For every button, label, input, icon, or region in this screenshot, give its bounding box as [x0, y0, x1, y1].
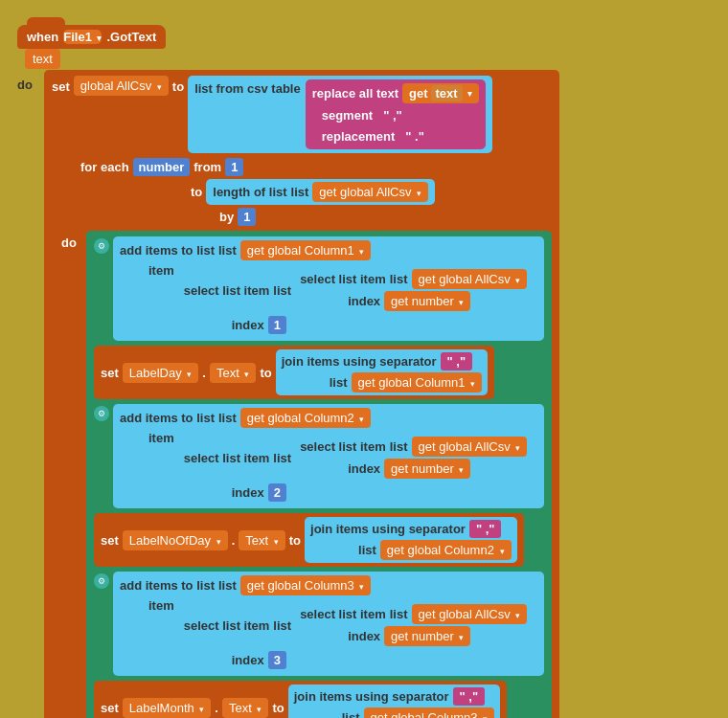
to-label: to	[172, 76, 184, 94]
index-val2: 2	[268, 483, 286, 502]
list-label3: list	[218, 578, 237, 593]
column1-var[interactable]: get global Column1 ▾	[240, 240, 372, 260]
text-prop2[interactable]: Text ▾	[239, 530, 284, 550]
segment-val: " ,"	[376, 106, 409, 124]
text-prop3[interactable]: Text ▾	[222, 698, 268, 718]
number-var2b[interactable]: get number ▾	[384, 459, 470, 479]
index-label2a: index	[232, 485, 264, 500]
index-label2b: index	[348, 461, 380, 476]
list-label2a: list	[273, 451, 291, 465]
list-label1b: list	[390, 272, 408, 286]
column2-var2[interactable]: get global Column2 ▾	[380, 540, 512, 560]
dot-label2: .	[232, 533, 236, 548]
allcsv-var3[interactable]: get global AllCsv ▾	[412, 269, 528, 289]
text-prop1[interactable]: Text ▾	[210, 363, 256, 383]
replace-block: replace all text get text ▾ segment " ,"	[306, 79, 486, 149]
length-block: length of list list get global AllCsv ▾	[206, 179, 435, 205]
labelmonth-var[interactable]: LabelMonth ▾	[123, 698, 212, 718]
number-var1b[interactable]: get number ▾	[384, 291, 470, 311]
join-block3: join items using separator " ," list get…	[288, 684, 500, 718]
gear-icon2: ⚙	[94, 406, 109, 421]
item-label2: item	[148, 431, 174, 445]
add-items-label1: add items to list	[120, 243, 215, 258]
set-labelnoofday-block: set LabelNoOfDay ▾ . Text ▾	[94, 513, 524, 567]
item-label1: item	[148, 263, 174, 278]
dot-label1: .	[202, 366, 206, 380]
from-val: 1	[225, 158, 243, 176]
list-label3b: list	[390, 607, 408, 621]
list-label-join1: list	[330, 375, 348, 390]
number-var[interactable]: number	[133, 158, 191, 176]
sep-val2: " ,"	[469, 520, 502, 538]
join-label3: join items using separator	[294, 689, 449, 704]
labelday-var[interactable]: LabelDay ▾	[123, 363, 199, 383]
number-var3b[interactable]: get number ▾	[384, 626, 470, 646]
index-val3: 3	[268, 651, 286, 669]
replacement-val: " ."	[398, 127, 431, 146]
by-val: 1	[238, 208, 256, 226]
to-label4: to	[289, 533, 301, 548]
file-dropdown[interactable]: File1 ▾	[63, 30, 102, 44]
list-label2: list	[218, 411, 237, 425]
list-label-join2: list	[358, 543, 376, 557]
index-label3b: index	[348, 629, 380, 643]
segment-label: segment	[322, 108, 373, 123]
list-label-join3: list	[342, 710, 360, 718]
foreach-label: for each	[80, 160, 129, 174]
do-inner-container: ⚙ add items to list list get global Colu…	[86, 231, 552, 718]
list-csv-label: list from csv table	[194, 79, 301, 96]
set-labelmonth-row: set LabelMonth ▾ . Text ▾	[94, 681, 544, 718]
index-val1: 1	[268, 316, 286, 334]
set-allcsv-row: set global AllCsv ▾ to list from csv tab…	[52, 76, 552, 153]
allcsv-var5[interactable]: get global AllCsv ▾	[412, 604, 528, 624]
gear-icon1: ⚙	[94, 238, 109, 254]
list-label1: list	[218, 243, 237, 258]
allcsv-var[interactable]: global AllCsv ▾	[74, 76, 169, 96]
add-column2-row: ⚙ add items to list list get global Colu…	[94, 404, 544, 508]
column3-var[interactable]: get global Column3 ▾	[240, 575, 372, 595]
to-label2: to	[191, 185, 202, 199]
set-labelday-row: set LabelDay ▾ . Text ▾	[94, 346, 544, 399]
select-inner1: select list item list get global AllCsv …	[295, 266, 532, 314]
list-csv-block: list from csv table replace all text get…	[188, 76, 492, 153]
dot-label3: .	[215, 701, 218, 715]
add-items-block3: add items to list list get global Column…	[113, 572, 544, 676]
do2-label: do	[61, 231, 82, 250]
file-arrow: ▾	[97, 34, 102, 43]
select-outer1: select list item list select list item l…	[178, 263, 538, 337]
add-items-block1: add items to list list get global Column…	[113, 236, 544, 341]
list-label-inner: list	[291, 185, 309, 199]
set-labelday-block: set LabelDay ▾ . Text ▾	[94, 346, 494, 399]
length-label: length of list	[213, 185, 286, 199]
get-text-btn[interactable]: get text ▾	[402, 83, 479, 103]
column2-var[interactable]: get global Column2 ▾	[240, 408, 372, 428]
set-label: set	[52, 76, 70, 94]
list-label1a: list	[273, 283, 291, 298]
event-label: .GotText	[106, 30, 156, 44]
join-block2: join items using separator " ," list get…	[305, 517, 516, 563]
replace-label: replace all text	[312, 86, 398, 101]
select-label2b: select list item	[300, 439, 386, 454]
text-var: text	[431, 85, 463, 101]
select-label3a: select list item	[184, 618, 270, 633]
index-label3a: index	[232, 653, 264, 667]
by-label: by	[219, 210, 234, 224]
allcsv-var2[interactable]: get global AllCsv ▾	[312, 182, 428, 202]
labelnoofday-var[interactable]: LabelNoOfDay ▾	[123, 530, 228, 550]
column1-var2[interactable]: get global Column1 ▾	[352, 372, 483, 393]
replacement-label: replacement	[322, 129, 396, 144]
select-label3b: select list item	[300, 607, 386, 621]
add-items-block2: add items to list list get global Column…	[113, 404, 544, 508]
select-label1a: select list item	[184, 283, 270, 298]
sep-val1: " ,"	[441, 352, 473, 370]
select-outer2: select list item list select list item l…	[178, 431, 538, 505]
list-label2b: list	[390, 439, 408, 454]
column3-var2[interactable]: get global Column3 ▾	[364, 707, 495, 718]
main-canvas: when File1 ▾ .GotText text do set global…	[0, 0, 728, 718]
set-label4: set	[101, 701, 119, 715]
set-label3: set	[101, 533, 119, 548]
index-label1b: index	[348, 294, 380, 308]
allcsv-var4[interactable]: get global AllCsv ▾	[412, 437, 528, 457]
select-outer3: select list item list select list item l…	[178, 598, 538, 672]
item-label3: item	[148, 598, 174, 613]
